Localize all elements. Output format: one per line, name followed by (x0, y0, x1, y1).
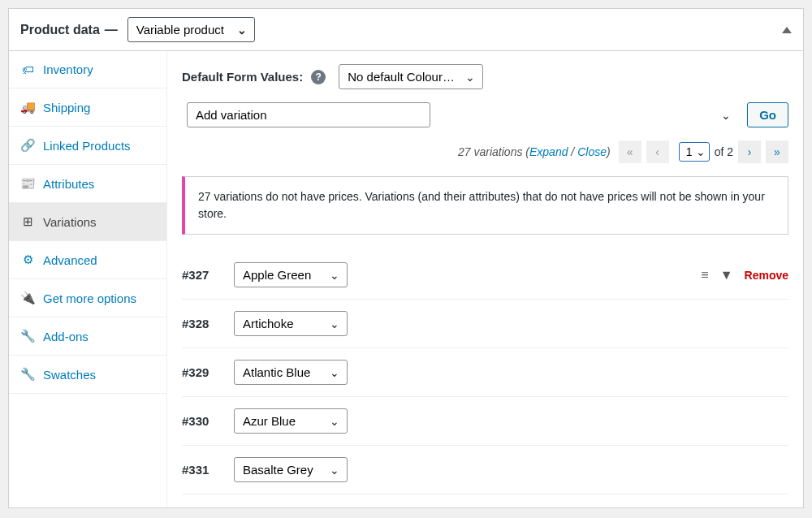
sidebar-item-label: Swatches (43, 368, 96, 382)
plug-icon: 🔌 (20, 291, 35, 305)
sidebar-item-get-more-options[interactable]: 🔌 Get more options (9, 279, 166, 317)
sidebar-item-label: Inventory (43, 63, 93, 76)
last-page-button[interactable]: » (766, 140, 788, 163)
first-page-button[interactable]: « (619, 140, 641, 163)
sidebar-item-linked-products[interactable]: 🔗 Linked Products (9, 127, 166, 165)
sidebar-item-label: Shipping (43, 101, 90, 114)
variation-row[interactable]: #331Basalte Grey⌄ (182, 446, 788, 494)
dash: — (100, 23, 123, 37)
add-variation-row: Add variation ⌄ Go (182, 102, 788, 127)
sidebar-item-add-ons[interactable]: 🔧 Add-ons (9, 317, 166, 356)
variation-id: #327 (182, 268, 221, 282)
remove-link[interactable]: Remove (745, 269, 788, 282)
link-icon: 🔗 (20, 138, 35, 153)
price-warning-notice: 27 variations do not have prices. Variat… (182, 176, 788, 235)
default-form-values-row: Default Form Values: ? No default Colour… (182, 64, 788, 89)
sidebar: 🏷 Inventory 🚚 Shipping 🔗 Linked Products… (9, 51, 167, 507)
panel-header: Product data — Variable product ⌄ (9, 9, 803, 51)
sidebar-item-label: Linked Products (43, 139, 131, 153)
sidebar-item-label: Add-ons (43, 330, 89, 343)
variations-content: Default Form Values: ? No default Colour… (167, 51, 803, 507)
sidebar-item-shipping[interactable]: 🚚 Shipping (9, 88, 166, 127)
product-data-panel: Product data — Variable product ⌄ 🏷 Inve… (8, 8, 804, 508)
variation-id: #329 (182, 365, 221, 379)
next-page-button[interactable]: › (738, 140, 761, 163)
sidebar-item-label: Attributes (43, 177, 94, 191)
variation-id: #328 (182, 317, 221, 330)
tag-icon: 🏷 (20, 63, 35, 76)
wrench-icon: 🔧 (20, 329, 35, 343)
drag-icon[interactable]: ≡ (701, 268, 708, 283)
sidebar-item-label: Variations (43, 215, 97, 229)
variations-count: 27 variations (Expand / Close) (458, 145, 611, 158)
wrench-icon: 🔧 (20, 367, 35, 382)
sidebar-item-label: Get more options (43, 291, 136, 305)
variation-attr-select[interactable]: Apple Green (234, 262, 348, 287)
variation-attr-select[interactable]: Atlantic Blue (234, 360, 348, 385)
product-type-wrap: Variable product ⌄ (127, 17, 255, 42)
variation-attr-wrap: Artichoke⌄ (234, 311, 348, 336)
panel-title: Product data (20, 23, 100, 37)
variations-list: #327Apple Green⌄≡▼Remove#328Artichoke⌄#3… (182, 251, 788, 494)
page-select[interactable]: 1 (679, 142, 710, 162)
variation-row[interactable]: #329Atlantic Blue⌄ (182, 348, 788, 397)
truck-icon: 🚚 (20, 100, 35, 114)
sidebar-item-variations[interactable]: ⊞ Variations (9, 203, 166, 241)
variation-attr-wrap: Apple Green⌄ (234, 262, 348, 287)
variation-id: #331 (182, 463, 221, 477)
product-type-select[interactable]: Variable product (127, 17, 255, 42)
variation-action-wrap: Add variation ⌄ (187, 102, 739, 127)
expand-icon[interactable]: ▼ (720, 268, 733, 283)
variation-attr-select[interactable]: Artichoke (234, 311, 348, 336)
sidebar-item-label: Advanced (43, 253, 97, 267)
collapse-panel-button[interactable] (782, 24, 792, 36)
variation-action-select[interactable]: Add variation (187, 102, 430, 127)
page-select-wrap: 1 ⌄ (679, 142, 710, 162)
variation-attr-wrap: Basalte Grey⌄ (234, 457, 348, 482)
prev-page-button[interactable]: ‹ (646, 140, 669, 163)
pager: 27 variations (Expand / Close) « ‹ 1 ⌄ o… (458, 140, 788, 163)
close-link[interactable]: Close (577, 145, 607, 158)
sidebar-item-swatches[interactable]: 🔧 Swatches (9, 356, 166, 394)
chevron-down-icon: ⌄ (721, 109, 731, 122)
variation-actions: ≡▼Remove (701, 268, 788, 283)
default-colour-wrap: No default Colour… ⌄ (339, 64, 483, 89)
variation-attr-select[interactable]: Azur Blue (234, 408, 348, 434)
sidebar-item-advanced[interactable]: ⚙ Advanced (9, 241, 166, 279)
gear-icon: ⚙ (20, 253, 35, 267)
expand-link[interactable]: Expand (529, 145, 568, 158)
variation-row[interactable]: #330Azur Blue⌄ (182, 397, 788, 446)
sidebar-item-inventory[interactable]: 🏷 Inventory (9, 51, 166, 88)
default-form-values-label: Default Form Values: (182, 70, 303, 84)
variation-attr-wrap: Atlantic Blue⌄ (234, 360, 348, 385)
variation-attr-select[interactable]: Basalte Grey (234, 457, 348, 482)
help-icon[interactable]: ? (311, 70, 326, 84)
sidebar-item-attributes[interactable]: 📰 Attributes (9, 165, 166, 203)
grid-icon: ⊞ (20, 214, 35, 229)
list-icon: 📰 (20, 176, 35, 191)
variation-attr-wrap: Azur Blue⌄ (234, 408, 348, 434)
variation-row[interactable]: #328Artichoke⌄ (182, 300, 788, 348)
variation-row[interactable]: #327Apple Green⌄≡▼Remove (182, 251, 788, 300)
pagination-row: 27 variations (Expand / Close) « ‹ 1 ⌄ o… (182, 140, 788, 163)
panel-body: 🏷 Inventory 🚚 Shipping 🔗 Linked Products… (9, 51, 803, 507)
go-button[interactable]: Go (747, 102, 788, 127)
of-pages: of 2 (715, 145, 733, 158)
variation-id: #330 (182, 414, 221, 428)
default-colour-select[interactable]: No default Colour… (339, 64, 483, 89)
